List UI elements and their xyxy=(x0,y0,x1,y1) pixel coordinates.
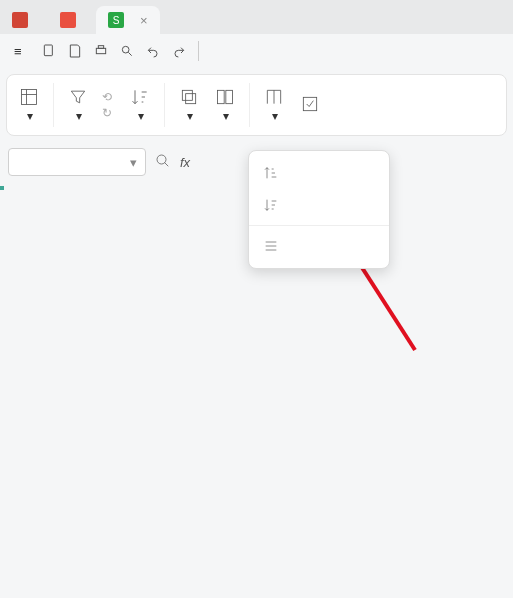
tab-formula[interactable] xyxy=(325,47,341,55)
desc-icon xyxy=(263,197,279,213)
undo-icon[interactable] xyxy=(144,42,162,60)
svg-rect-9 xyxy=(303,97,316,110)
ribbon: ▾ ▾ ⟲ ↻ ▾ ▾ ▾ ▾ xyxy=(6,74,507,136)
selection-box xyxy=(0,186,4,190)
redo-icon[interactable] xyxy=(170,42,188,60)
pivot-button[interactable]: ▾ xyxy=(11,83,47,127)
tab-page[interactable] xyxy=(291,47,307,55)
pivot-icon xyxy=(19,87,39,107)
close-icon[interactable]: × xyxy=(140,13,148,28)
split-button[interactable]: ▾ xyxy=(256,83,292,127)
svg-rect-1 xyxy=(96,48,105,53)
chevron-down-icon[interactable]: ▾ xyxy=(130,155,137,170)
name-box[interactable]: ▾ xyxy=(8,148,146,176)
sort-icon xyxy=(130,87,150,107)
valid-button[interactable] xyxy=(292,90,328,120)
valid-icon xyxy=(300,94,320,114)
print-icon[interactable] xyxy=(92,42,110,60)
showall-icon: ⟲ xyxy=(102,90,112,104)
separator xyxy=(198,41,199,61)
tab-file[interactable]: S × xyxy=(96,6,160,34)
reapply-icon: ↻ xyxy=(102,106,112,120)
wps-icon xyxy=(12,12,28,28)
dup-icon xyxy=(179,87,199,107)
svg-rect-4 xyxy=(22,90,37,105)
filter-button[interactable]: ▾ xyxy=(60,83,96,127)
split-icon xyxy=(264,87,284,107)
app-tabs: S × xyxy=(0,0,513,34)
dup-button[interactable]: ▾ xyxy=(171,83,207,127)
save-icon[interactable] xyxy=(66,42,84,60)
svg-rect-2 xyxy=(98,46,103,49)
compare-icon xyxy=(215,87,235,107)
xls-icon: S xyxy=(108,12,124,28)
tab-dspad[interactable] xyxy=(48,6,94,34)
sort-desc[interactable] xyxy=(249,189,389,221)
svg-rect-7 xyxy=(218,90,225,103)
sort-asc[interactable] xyxy=(249,157,389,189)
custom-sort-icon xyxy=(263,238,279,254)
menubar: ≡ xyxy=(0,34,513,68)
svg-rect-6 xyxy=(186,94,196,104)
tab-insert[interactable] xyxy=(257,47,273,55)
file-menu[interactable]: ≡ xyxy=(6,40,30,63)
ds-icon xyxy=(60,12,76,28)
svg-rect-5 xyxy=(182,90,192,100)
svg-point-3 xyxy=(122,46,129,53)
preview-icon[interactable] xyxy=(118,42,136,60)
asc-icon xyxy=(263,165,279,181)
filter-icon xyxy=(68,87,88,107)
fx-icon[interactable] xyxy=(154,152,172,173)
sort-custom[interactable] xyxy=(249,230,389,262)
fx-label[interactable]: fx xyxy=(180,155,190,170)
sort-button[interactable]: ▾ xyxy=(122,83,158,127)
svg-rect-8 xyxy=(226,90,233,103)
new-icon[interactable] xyxy=(40,42,58,60)
filter-extra[interactable]: ⟲ ↻ xyxy=(96,84,122,126)
compare-button[interactable]: ▾ xyxy=(207,83,243,127)
sort-menu xyxy=(248,150,390,269)
tab-start[interactable] xyxy=(223,47,239,55)
svg-rect-0 xyxy=(44,45,52,56)
tab-wps[interactable] xyxy=(0,6,46,34)
